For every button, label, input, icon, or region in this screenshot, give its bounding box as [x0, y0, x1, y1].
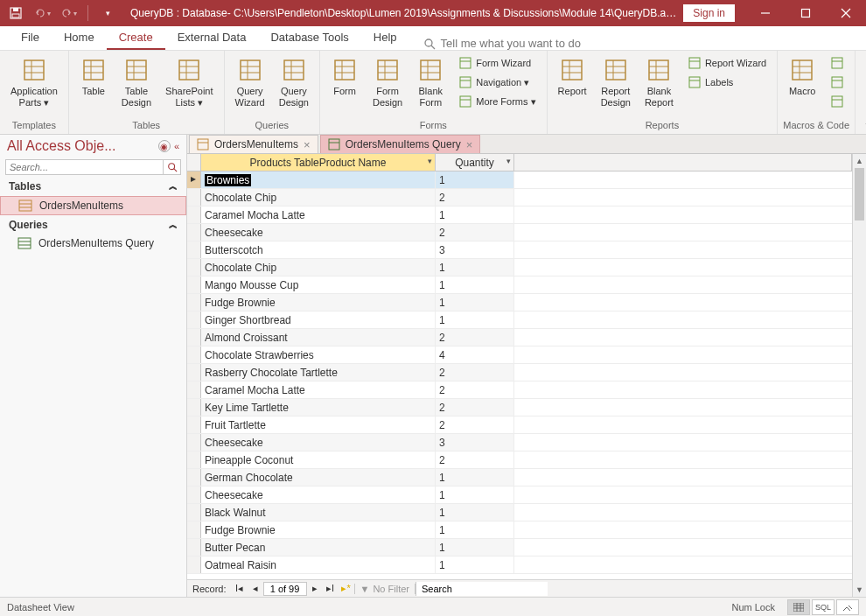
cell-quantity[interactable]: 2: [436, 189, 514, 206]
ribbon-btn-table-design[interactable]: TableDesign: [116, 52, 157, 112]
row-selector[interactable]: [187, 416, 201, 433]
cell-quantity[interactable]: 1: [436, 276, 514, 293]
qat-customize-icon[interactable]: ▾: [97, 3, 118, 24]
cell-quantity[interactable]: 2: [436, 399, 514, 416]
tab-home[interactable]: Home: [52, 26, 107, 50]
save-icon[interactable]: [5, 3, 26, 24]
scroll-up-icon[interactable]: ▲: [853, 154, 866, 168]
ribbon-btn-labels[interactable]: Labels: [684, 74, 770, 91]
cell-quantity[interactable]: 1: [436, 556, 514, 573]
row-selector[interactable]: [187, 434, 201, 451]
chevron-down-icon[interactable]: ▾: [428, 157, 432, 165]
chevron-up-icon[interactable]: ︽: [169, 180, 178, 192]
nav-section-queries[interactable]: Queries︽: [0, 215, 186, 234]
ribbon-btn-blank-report[interactable]: BlankReport: [639, 52, 679, 112]
cell-product[interactable]: Black Walnut: [201, 504, 436, 521]
row-selector[interactable]: [187, 276, 201, 293]
navpane-dropdown-icon[interactable]: ◉: [158, 140, 171, 152]
datasheet-body[interactable]: Brownies1Chocolate Chip2Caramel Mocha La…: [187, 172, 852, 579]
ribbon-small-icon[interactable]: [827, 74, 848, 91]
table-row[interactable]: Pineapple Coconut2: [187, 452, 852, 469]
navpane-search-input[interactable]: [5, 159, 164, 175]
cell-product[interactable]: Ginger Shortbread: [201, 312, 436, 328]
row-selector[interactable]: [187, 206, 201, 223]
row-selector[interactable]: [187, 172, 201, 188]
datasheet-view-button[interactable]: [787, 599, 810, 615]
doctab-ordersmenuitems-query[interactable]: OrdersMenuItems Query×: [320, 135, 481, 153]
undo-icon[interactable]: ▾: [31, 3, 52, 24]
ribbon-btn-table[interactable]: Table: [74, 52, 113, 101]
minimize-button[interactable]: [745, 0, 786, 26]
cell-quantity[interactable]: 1: [436, 486, 514, 503]
tell-me-search[interactable]: Tell me what you want to do: [423, 37, 581, 50]
row-selector[interactable]: [187, 364, 201, 381]
table-row[interactable]: Fruit Tartlette2: [187, 416, 852, 434]
cell-quantity[interactable]: 1: [436, 294, 514, 311]
chevron-down-icon[interactable]: ▾: [506, 157, 511, 165]
tab-database-tools[interactable]: Database Tools: [258, 26, 360, 50]
cell-quantity[interactable]: 3: [436, 434, 514, 451]
table-row[interactable]: Caramel Mocha Latte1: [187, 206, 852, 224]
table-row[interactable]: Butter Pecan1: [187, 539, 852, 556]
table-row[interactable]: Cheesecake3: [187, 434, 852, 452]
ribbon-btn-report-design[interactable]: ReportDesign: [596, 52, 636, 112]
cell-quantity[interactable]: 2: [436, 382, 514, 398]
navpane-search-button[interactable]: [164, 159, 181, 175]
close-icon[interactable]: ×: [304, 139, 311, 150]
table-row[interactable]: Rasberry Chocolate Tartlette2: [187, 364, 852, 382]
cell-product[interactable]: Caramel Mocha Latte: [201, 206, 436, 223]
ribbon-btn-report[interactable]: Report: [553, 52, 592, 101]
ribbon-btn-form-wizard[interactable]: Form Wizard: [455, 54, 539, 72]
row-selector[interactable]: [187, 486, 201, 503]
cell-quantity[interactable]: 1: [436, 522, 514, 538]
close-button[interactable]: [826, 0, 866, 26]
scroll-down-icon[interactable]: ▼: [853, 583, 866, 597]
redo-icon[interactable]: ▾: [58, 3, 79, 24]
ribbon-btn-navigation-[interactable]: Navigation ▾: [455, 74, 539, 91]
close-icon[interactable]: ×: [466, 139, 473, 150]
last-record-button[interactable]: ▸I: [323, 581, 339, 597]
cell-product[interactable]: Brownies: [201, 172, 436, 188]
cell-quantity[interactable]: 1: [436, 504, 514, 521]
table-row[interactable]: Fudge Brownie1: [187, 522, 852, 539]
navpane-collapse-icon[interactable]: «: [174, 141, 179, 151]
row-selector[interactable]: [187, 312, 201, 328]
row-selector[interactable]: [187, 469, 201, 486]
navpane-header[interactable]: All Access Obje... ◉ «: [0, 135, 186, 158]
row-selector[interactable]: [187, 452, 201, 468]
cell-product[interactable]: Chocolate Chip: [201, 189, 436, 206]
ribbon-btn-blank-form[interactable]: BlankForm: [411, 52, 450, 112]
tab-external-data[interactable]: External Data: [165, 26, 259, 50]
ribbon-btn-query-wizard[interactable]: QueryWizard: [230, 52, 270, 112]
table-row[interactable]: Chocolate Chip1: [187, 259, 852, 276]
cell-quantity[interactable]: 1: [436, 469, 514, 486]
first-record-button[interactable]: I◂: [232, 581, 248, 597]
table-row[interactable]: Fudge Brownie1: [187, 294, 852, 312]
row-selector[interactable]: [187, 242, 201, 258]
row-selector[interactable]: [187, 189, 201, 206]
table-row[interactable]: Almond Croissant2: [187, 329, 852, 346]
table-row[interactable]: Key Lime Tartlette2: [187, 399, 852, 416]
cell-product[interactable]: Rasberry Chocolate Tartlette: [201, 364, 436, 381]
cell-product[interactable]: Pineapple Coconut: [201, 452, 436, 468]
table-row[interactable]: Black Walnut1: [187, 504, 852, 522]
cell-quantity[interactable]: 4: [436, 346, 514, 363]
record-search-input[interactable]: [416, 582, 548, 596]
cell-product[interactable]: Cheesecake: [201, 486, 436, 503]
cell-quantity[interactable]: 1: [436, 539, 514, 556]
table-row[interactable]: Ginger Shortbread1: [187, 312, 852, 329]
row-selector[interactable]: [187, 399, 201, 416]
nav-section-tables[interactable]: Tables︽: [0, 177, 186, 196]
next-record-button[interactable]: ▸: [307, 581, 323, 597]
row-selector[interactable]: [187, 346, 201, 363]
row-selector[interactable]: [187, 382, 201, 398]
ribbon-btn-form[interactable]: Form: [325, 52, 364, 101]
cell-product[interactable]: German Chocolate: [201, 469, 436, 486]
cell-quantity[interactable]: 2: [436, 416, 514, 433]
cell-product[interactable]: Key Lime Tartlette: [201, 399, 436, 416]
row-selector[interactable]: [187, 224, 201, 241]
cell-product[interactable]: Fudge Brownie: [201, 294, 436, 311]
row-selector[interactable]: [187, 329, 201, 346]
cell-quantity[interactable]: 2: [436, 364, 514, 381]
record-position-input[interactable]: [263, 582, 307, 596]
